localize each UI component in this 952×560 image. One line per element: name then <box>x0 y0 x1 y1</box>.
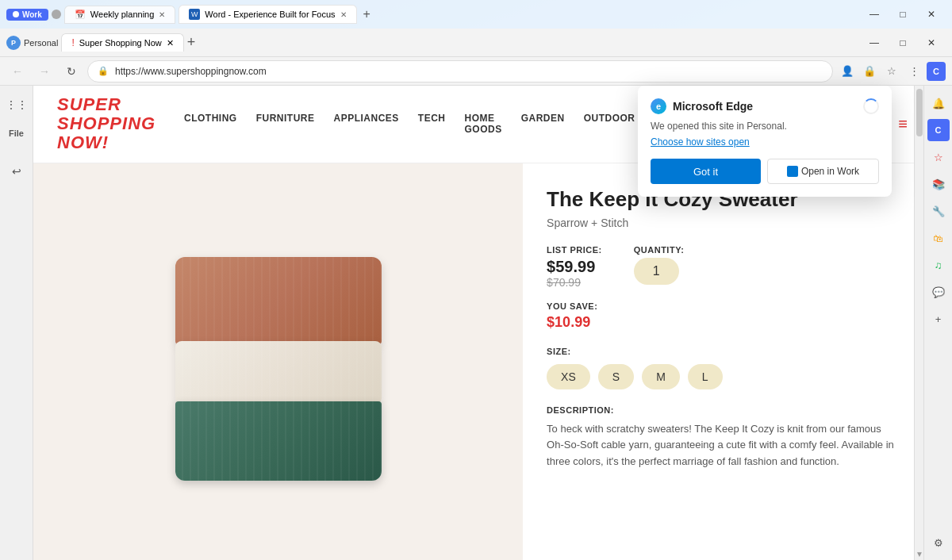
close-button[interactable]: ✕ <box>917 0 946 29</box>
apps-grid-icon[interactable]: ⋮⋮ <box>4 92 29 117</box>
collections-sidebar-icon[interactable]: 📚 <box>927 173 950 195</box>
favorites-icon[interactable]: ☆ <box>882 62 901 81</box>
logo-line3: NOW! <box>57 133 152 152</box>
file-icon[interactable]: File <box>4 121 29 146</box>
personal-tab-close[interactable]: ✕ <box>167 38 174 48</box>
settings-sidebar-icon[interactable]: ⚙ <box>927 531 950 554</box>
work-badge[interactable]: Work <box>6 9 48 21</box>
sweater-image <box>152 234 405 504</box>
personal-browser-bar: P Personal ! Super Shopping Now ✕ + — □ … <box>0 29 952 57</box>
got-it-button[interactable]: Got it <box>651 159 761 184</box>
back-button[interactable]: ← <box>6 60 29 82</box>
copilot-icon[interactable]: C <box>927 62 946 81</box>
tools-sidebar-icon[interactable]: 🔧 <box>927 200 950 222</box>
you-save-label: YOU SAVE: <box>547 301 900 311</box>
product-brand: Sparrow + Stitch <box>547 217 900 229</box>
popup-link[interactable]: Choose how sites open <box>651 136 879 148</box>
popup-spinner <box>863 98 879 114</box>
save-row: YOU SAVE: $10.99 <box>547 301 900 331</box>
tab-favicon-1 <box>52 10 61 19</box>
nav-home-goods[interactable]: HOME GOODS <box>465 113 502 135</box>
messenger-sidebar-icon[interactable]: 💬 <box>927 281 950 303</box>
scroll-thumb[interactable] <box>916 89 923 136</box>
refresh-button[interactable]: ↻ <box>60 60 83 82</box>
hamburger-menu-icon[interactable]: ≡ <box>898 115 908 133</box>
size-xs[interactable]: XS <box>547 364 590 389</box>
personal-tab[interactable]: ! Super Shopping Now ✕ <box>61 33 183 52</box>
more-sidebar-icon[interactable]: + <box>927 308 950 330</box>
description-text: To heck with scratchy sweaters! The Keep… <box>547 421 900 470</box>
tab-close-word-icon[interactable]: ✕ <box>340 10 347 19</box>
tab-word[interactable]: W Word - Experience Built for Focus ✕ <box>178 5 356 24</box>
logo-line1: SUPER <box>57 95 152 114</box>
sweater-top <box>175 257 382 344</box>
edge-logo-icon: e <box>651 98 666 114</box>
forward-button[interactable]: → <box>33 60 56 82</box>
right-sidebar: 🔔 C ☆ 📚 🔧 🛍 ♫ 💬 + ⚙ <box>923 86 952 560</box>
scroll-down-icon[interactable]: ▼ <box>916 550 923 557</box>
url-text: https://www.supershoppingnow.com <box>115 66 823 77</box>
tab-label: Weekly planning <box>90 10 155 19</box>
nav-outdoor[interactable]: OUTDOOR <box>584 113 635 135</box>
personal-site-favicon: ! <box>71 37 74 48</box>
personal-maximize-button[interactable]: □ <box>889 29 917 57</box>
new-tab-button[interactable]: + <box>360 7 374 21</box>
product-info: The Keep It Cozy Sweater Sparrow + Stitc… <box>523 163 923 560</box>
tab-favicon: 📅 <box>75 10 86 20</box>
collections-icon[interactable]: ⋮ <box>904 62 923 81</box>
sweater-mid <box>175 341 382 405</box>
address-action-icons: 👤 🔒 ☆ ⋮ C <box>838 62 946 81</box>
work-icon <box>787 166 798 177</box>
nav-tech[interactable]: TECH <box>418 113 446 135</box>
extension-icon[interactable]: 🔒 <box>860 62 879 81</box>
personal-profile-icon[interactable]: P <box>6 36 21 50</box>
description-section: DESCRIPTION: To heck with scratchy sweat… <box>547 405 900 470</box>
price-current: $59.99 <box>547 258 602 276</box>
edge-popup: e Microsoft Edge We opened this site in … <box>638 86 892 197</box>
product-image-area <box>33 163 523 560</box>
quantity-label: QUANTITY: <box>634 245 685 255</box>
tab-weekly-planning[interactable]: 📅 Weekly planning ✕ <box>64 6 176 24</box>
undo-icon[interactable]: ↩ <box>4 159 29 184</box>
address-bar[interactable]: 🔒 https://www.supershoppingnow.com <box>87 60 833 82</box>
size-l[interactable]: L <box>688 364 723 389</box>
nav-garden[interactable]: GARDEN <box>521 113 565 135</box>
size-label: SIZE: <box>547 347 900 356</box>
maximize-button[interactable]: □ <box>889 0 917 29</box>
price-section: LIST PRICE: $59.99 $70.99 <box>547 245 602 289</box>
size-s[interactable]: S <box>598 364 634 389</box>
quantity-section: QUANTITY: 1 <box>634 245 685 285</box>
tab-close-icon[interactable]: ✕ <box>159 10 165 19</box>
quantity-value[interactable]: 1 <box>634 258 679 285</box>
profile-circle-icon[interactable]: 👤 <box>838 62 857 81</box>
copilot-sidebar-icon[interactable]: C <box>927 119 950 141</box>
left-sidebar: ⋮⋮ File ↩ <box>0 86 33 560</box>
popup-body: We opened this site in Personal. <box>651 121 879 132</box>
nav-furniture[interactable]: FURNITURE <box>256 113 315 135</box>
personal-window-controls: — □ ✕ <box>860 29 946 57</box>
music-sidebar-icon[interactable]: ♫ <box>927 254 950 276</box>
personal-new-tab-button[interactable]: + <box>187 34 196 51</box>
profile-label: Personal <box>24 38 58 48</box>
favorites-sidebar-icon[interactable]: ☆ <box>927 146 950 168</box>
minimize-button[interactable]: — <box>860 0 889 29</box>
price-original: $70.99 <box>547 276 602 289</box>
nav-clothing[interactable]: CLOTHING <box>184 113 237 135</box>
notifications-icon[interactable]: 🔔 <box>927 92 950 114</box>
window-controls: — □ ✕ <box>860 0 946 29</box>
open-in-work-button[interactable]: Open in Work <box>767 159 879 184</box>
tab-label-word: Word - Experience Built for Focus <box>205 10 335 19</box>
size-options: XS S M L <box>547 364 900 389</box>
personal-close-button[interactable]: ✕ <box>917 29 946 57</box>
shopping-sidebar-icon[interactable]: 🛍 <box>927 227 950 249</box>
nav-appliances[interactable]: APPLIANCES <box>334 113 399 135</box>
scroll-track[interactable]: ▼ <box>914 86 923 560</box>
sweater-bot <box>175 401 382 481</box>
personal-minimize-button[interactable]: — <box>860 29 889 57</box>
site-logo[interactable]: SUPER SHOPPING NOW! <box>57 95 152 153</box>
description-label: DESCRIPTION: <box>547 405 900 415</box>
open-in-work-label: Open in Work <box>801 166 859 177</box>
tab-favicon-word: W <box>189 9 200 20</box>
site-nav: CLOTHING FURNITURE APPLIANCES TECH HOME … <box>184 113 704 135</box>
size-m[interactable]: M <box>642 364 680 389</box>
